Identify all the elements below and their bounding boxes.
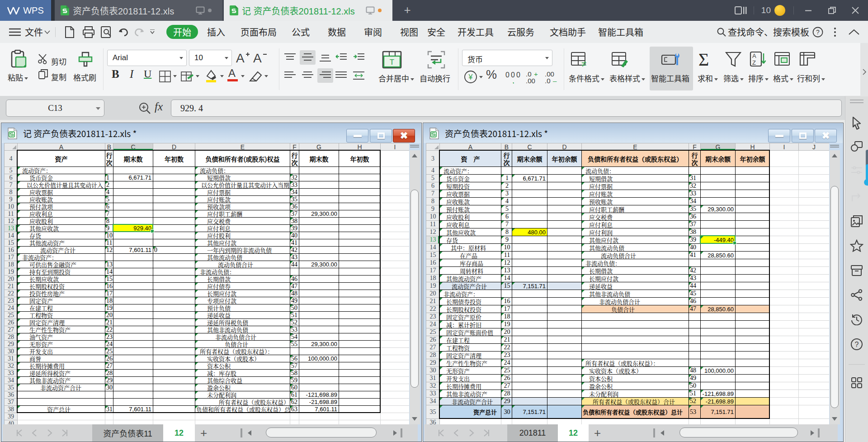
svg-text:A: A [236, 51, 245, 64]
svg-text:T: T [390, 58, 394, 67]
svg-text:Z: Z [752, 59, 756, 66]
svg-text:0: 0 [516, 71, 520, 79]
svg-text:?: ? [855, 341, 859, 348]
svg-text:¥: ¥ [468, 73, 473, 81]
svg-text:.00: .00 [526, 77, 535, 84]
svg-text:0: 0 [505, 71, 509, 79]
svg-text:.0: .0 [545, 77, 551, 84]
svg-text:?: ? [816, 29, 820, 36]
svg-text:,: , [512, 76, 514, 84]
svg-text:≠: ≠ [581, 59, 586, 68]
svg-text:–: – [553, 77, 557, 84]
svg-text:A: A [752, 52, 756, 59]
svg-text:A: A [253, 51, 262, 64]
